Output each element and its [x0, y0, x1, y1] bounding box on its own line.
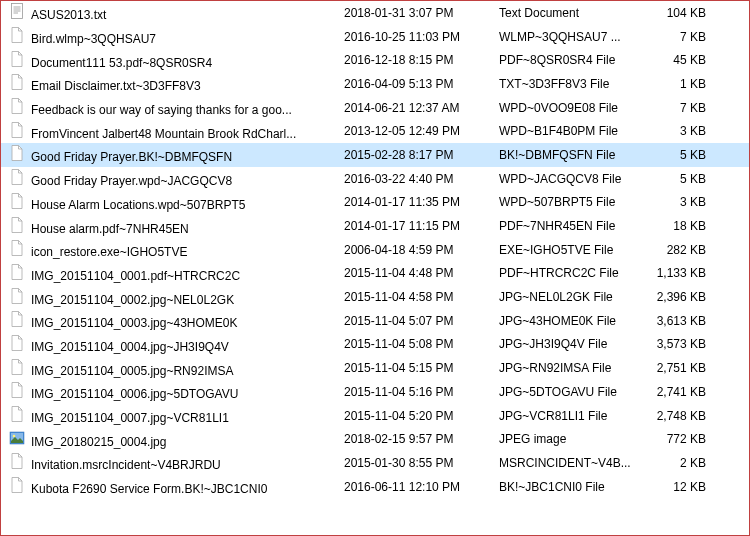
generic-file-icon: [9, 288, 25, 304]
file-row[interactable]: ASUS2013.txt2018-01-31 3:07 PMText Docum…: [1, 1, 749, 25]
file-date: 2015-11-04 4:58 PM: [344, 290, 499, 304]
file-type: JPG~5DTOGAVU File: [499, 385, 644, 399]
generic-file-icon: [9, 122, 25, 138]
file-name-cell: IMG_20151104_0002.jpg~NEL0L2GK: [9, 288, 344, 307]
file-date: 2015-11-04 4:48 PM: [344, 266, 499, 280]
generic-file-icon: [9, 335, 25, 351]
file-date: 2014-01-17 11:15 PM: [344, 219, 499, 233]
generic-file-icon: [9, 382, 25, 398]
file-row[interactable]: Good Friday Prayer.BK!~DBMFQSFN2015-02-2…: [1, 143, 749, 167]
file-row[interactable]: FromVincent Jalbert48 Mountain Brook RdC…: [1, 119, 749, 143]
file-date: 2016-10-25 11:03 PM: [344, 30, 499, 44]
file-size: 3 KB: [644, 124, 716, 138]
file-name-cell: Bird.wlmp~3QQHSAU7: [9, 27, 344, 46]
file-name-cell: IMG_20151104_0007.jpg~VCR81LI1: [9, 406, 344, 425]
file-name: Document111 53.pdf~8QSR0SR4: [31, 56, 212, 70]
file-row[interactable]: IMG_20151104_0007.jpg~VCR81LI12015-11-04…: [1, 404, 749, 428]
generic-file-icon: [9, 359, 25, 375]
file-type: JPEG image: [499, 432, 644, 446]
file-type: WLMP~3QQHSAU7 ...: [499, 30, 644, 44]
file-type: PDF~8QSR0SR4 File: [499, 53, 644, 67]
file-size: 2,396 KB: [644, 290, 716, 304]
file-name-cell: IMG_20151104_0001.pdf~HTRCRC2C: [9, 264, 344, 283]
generic-file-icon: [9, 264, 25, 280]
file-name-cell: IMG_20151104_0006.jpg~5DTOGAVU: [9, 382, 344, 401]
file-name-cell: Document111 53.pdf~8QSR0SR4: [9, 51, 344, 70]
file-size: 282 KB: [644, 243, 716, 257]
file-date: 2016-03-22 4:40 PM: [344, 172, 499, 186]
file-date: 2006-04-18 4:59 PM: [344, 243, 499, 257]
file-name-cell: House alarm.pdf~7NHR45EN: [9, 217, 344, 236]
file-type: JPG~RN92IMSA File: [499, 361, 644, 375]
file-name: icon_restore.exe~IGHO5TVE: [31, 245, 187, 259]
file-date: 2015-11-04 5:15 PM: [344, 361, 499, 375]
generic-file-icon: [9, 27, 25, 43]
file-row[interactable]: Invitation.msrcIncident~V4BRJRDU2015-01-…: [1, 451, 749, 475]
file-date: 2015-11-04 5:08 PM: [344, 337, 499, 351]
file-row[interactable]: icon_restore.exe~IGHO5TVE2006-04-18 4:59…: [1, 238, 749, 262]
file-size: 18 KB: [644, 219, 716, 233]
file-date: 2014-06-21 12:37 AM: [344, 101, 499, 115]
file-size: 3,613 KB: [644, 314, 716, 328]
jpeg-image-icon: [9, 430, 25, 446]
file-name: IMG_20151104_0002.jpg~NEL0L2GK: [31, 293, 234, 307]
file-name: IMG_20151104_0005.jpg~RN92IMSA: [31, 364, 233, 378]
file-name-cell: icon_restore.exe~IGHO5TVE: [9, 240, 344, 259]
file-name-cell: Email Disclaimer.txt~3D3FF8V3: [9, 74, 344, 93]
file-date: 2015-01-30 8:55 PM: [344, 456, 499, 470]
file-date: 2015-11-04 5:07 PM: [344, 314, 499, 328]
file-row[interactable]: IMG_20151104_0004.jpg~JH3I9Q4V2015-11-04…: [1, 333, 749, 357]
file-size: 1 KB: [644, 77, 716, 91]
file-name-cell: Feedback is our way of saying thanks for…: [9, 98, 344, 117]
generic-file-icon: [9, 169, 25, 185]
file-type: WPD~507BRPT5 File: [499, 195, 644, 209]
file-row[interactable]: IMG_20180215_0004.jpg2018-02-15 9:57 PMJ…: [1, 427, 749, 451]
file-size: 3 KB: [644, 195, 716, 209]
file-name-cell: Good Friday Prayer.BK!~DBMFQSFN: [9, 145, 344, 164]
svg-point-7: [13, 434, 16, 437]
generic-file-icon: [9, 311, 25, 327]
file-type: JPG~VCR81LI1 File: [499, 409, 644, 423]
file-name: IMG_20151104_0003.jpg~43HOME0K: [31, 316, 237, 330]
file-row[interactable]: House alarm.pdf~7NHR45EN2014-01-17 11:15…: [1, 214, 749, 238]
file-date: 2018-01-31 3:07 PM: [344, 6, 499, 20]
file-row[interactable]: Email Disclaimer.txt~3D3FF8V32016-04-09 …: [1, 72, 749, 96]
file-date: 2015-11-04 5:16 PM: [344, 385, 499, 399]
file-row[interactable]: Bird.wlmp~3QQHSAU72016-10-25 11:03 PMWLM…: [1, 25, 749, 49]
file-name: IMG_20151104_0004.jpg~JH3I9Q4V: [31, 340, 229, 354]
file-name-cell: Invitation.msrcIncident~V4BRJRDU: [9, 453, 344, 472]
file-row[interactable]: IMG_20151104_0005.jpg~RN92IMSA2015-11-04…: [1, 356, 749, 380]
file-size: 5 KB: [644, 172, 716, 186]
file-row[interactable]: Good Friday Prayer.wpd~JACGQCV82016-03-2…: [1, 167, 749, 191]
generic-file-icon: [9, 240, 25, 256]
file-name-cell: House Alarm Locations.wpd~507BRPT5: [9, 193, 344, 212]
file-size: 12 KB: [644, 480, 716, 494]
file-row[interactable]: Document111 53.pdf~8QSR0SR42016-12-18 8:…: [1, 48, 749, 72]
file-name-cell: Good Friday Prayer.wpd~JACGQCV8: [9, 169, 344, 188]
file-date: 2013-12-05 12:49 PM: [344, 124, 499, 138]
file-row[interactable]: IMG_20151104_0002.jpg~NEL0L2GK2015-11-04…: [1, 285, 749, 309]
file-name: IMG_20151104_0006.jpg~5DTOGAVU: [31, 387, 238, 401]
file-row[interactable]: Feedback is our way of saying thanks for…: [1, 96, 749, 120]
file-row[interactable]: IMG_20151104_0006.jpg~5DTOGAVU2015-11-04…: [1, 380, 749, 404]
file-name: Kubota F2690 Service Form.BK!~JBC1CNI0: [31, 482, 267, 496]
file-row[interactable]: IMG_20151104_0001.pdf~HTRCRC2C2015-11-04…: [1, 262, 749, 286]
file-name: Bird.wlmp~3QQHSAU7: [31, 32, 156, 46]
file-name-cell: FromVincent Jalbert48 Mountain Brook RdC…: [9, 122, 344, 141]
file-date: 2016-06-11 12:10 PM: [344, 480, 499, 494]
file-size: 2,741 KB: [644, 385, 716, 399]
file-name: House Alarm Locations.wpd~507BRPT5: [31, 198, 245, 212]
generic-file-icon: [9, 217, 25, 233]
file-date: 2018-02-15 9:57 PM: [344, 432, 499, 446]
generic-file-icon: [9, 98, 25, 114]
file-type: TXT~3D3FF8V3 File: [499, 77, 644, 91]
file-date: 2016-04-09 5:13 PM: [344, 77, 499, 91]
file-row[interactable]: House Alarm Locations.wpd~507BRPT52014-0…: [1, 191, 749, 215]
file-name-cell: ASUS2013.txt: [9, 3, 344, 22]
file-size: 5 KB: [644, 148, 716, 162]
file-type: PDF~HTRCRC2C File: [499, 266, 644, 280]
file-name: IMG_20180215_0004.jpg: [31, 435, 166, 449]
file-row[interactable]: IMG_20151104_0003.jpg~43HOME0K2015-11-04…: [1, 309, 749, 333]
file-row[interactable]: Kubota F2690 Service Form.BK!~JBC1CNI020…: [1, 475, 749, 499]
file-type: BK!~JBC1CNI0 File: [499, 480, 644, 494]
